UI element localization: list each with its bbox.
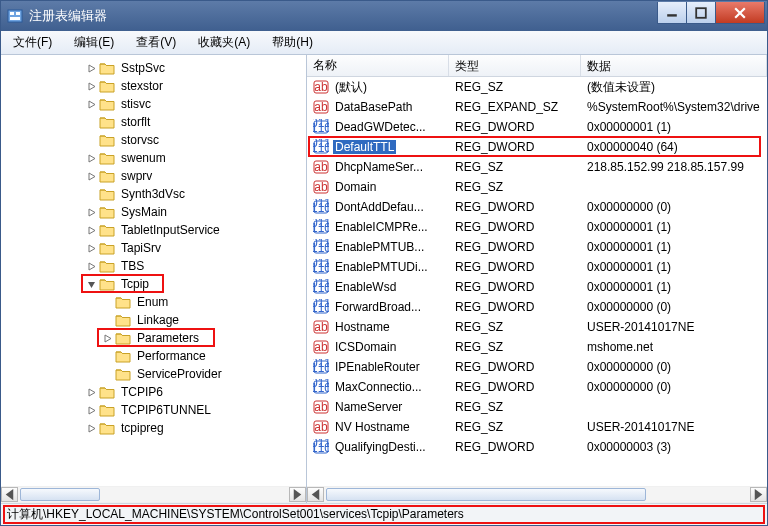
expander-icon[interactable] <box>101 314 113 326</box>
folder-icon <box>99 403 115 417</box>
close-button[interactable] <box>715 2 765 24</box>
tree-hscroll[interactable] <box>1 486 307 503</box>
tree-node-linkage[interactable]: Linkage <box>5 311 304 329</box>
value-row[interactable]: abHostnameREG_SZUSER-20141017NE <box>307 317 767 337</box>
expander-icon[interactable] <box>85 98 97 110</box>
tree-node-stisvc[interactable]: stisvc <box>5 95 304 113</box>
tree-node-serviceprovider[interactable]: ServiceProvider <box>5 365 304 383</box>
col-data[interactable]: 数据 <box>581 55 767 76</box>
expander-icon[interactable] <box>101 296 113 308</box>
tree-node-synth3dvsc[interactable]: Synth3dVsc <box>5 185 304 203</box>
value-row[interactable]: 011110DefaultTTLREG_DWORD0x00000040 (64) <box>307 137 767 157</box>
expander-icon[interactable] <box>85 134 97 146</box>
value-row[interactable]: abDomainREG_SZ <box>307 177 767 197</box>
folder-icon <box>99 241 115 255</box>
tree-node-storvsc[interactable]: storvsc <box>5 131 304 149</box>
value-row[interactable]: abICSDomainREG_SZmshome.net <box>307 337 767 357</box>
folder-icon <box>115 367 131 381</box>
svg-marker-21 <box>89 425 95 432</box>
value-row[interactable]: abNV HostnameREG_SZUSER-20141017NE <box>307 417 767 437</box>
expander-icon[interactable] <box>85 188 97 200</box>
folder-icon <box>99 133 115 147</box>
titlebar[interactable]: 注册表编辑器 <box>1 1 767 31</box>
expander-icon[interactable] <box>85 170 97 182</box>
values-pane[interactable]: 名称 类型 数据 ab(默认)REG_SZ(数值未设置)abDataBasePa… <box>307 55 767 486</box>
value-row[interactable]: 011110DeadGWDetec...REG_DWORD0x00000001 … <box>307 117 767 137</box>
svg-text:ab: ab <box>314 180 328 194</box>
menu-file[interactable]: 文件(F) <box>7 32 58 53</box>
value-row[interactable]: 011110EnableWsdREG_DWORD0x00000001 (1) <box>307 277 767 297</box>
expander-icon[interactable] <box>85 278 97 290</box>
folder-icon <box>99 277 115 291</box>
tree-node-stexstor[interactable]: stexstor <box>5 77 304 95</box>
menu-favorites[interactable]: 收藏夹(A) <box>192 32 256 53</box>
value-row[interactable]: 011110EnablePMTUB...REG_DWORD0x00000001 … <box>307 237 767 257</box>
values-hscroll[interactable] <box>307 486 767 503</box>
expander-icon[interactable] <box>85 152 97 164</box>
value-row[interactable]: 011110MaxConnectio...REG_DWORD0x00000000… <box>307 377 767 397</box>
scroll-thumb[interactable] <box>326 488 646 501</box>
expander-icon[interactable] <box>85 80 97 92</box>
value-type: REG_SZ <box>449 160 581 174</box>
value-row[interactable]: 011110ForwardBroad...REG_DWORD0x00000000… <box>307 297 767 317</box>
tree-node-performance[interactable]: Performance <box>5 347 304 365</box>
scroll-right-icon[interactable] <box>289 487 306 502</box>
menu-view[interactable]: 查看(V) <box>130 32 182 53</box>
value-row[interactable]: 011110IPEnableRouterREG_DWORD0x00000000 … <box>307 357 767 377</box>
expander-icon[interactable] <box>85 242 97 254</box>
scroll-right-icon[interactable] <box>750 487 767 502</box>
tree-node-tabletinputservice[interactable]: TabletInputService <box>5 221 304 239</box>
window-buttons <box>658 2 765 24</box>
scroll-left-icon[interactable] <box>1 487 18 502</box>
expander-icon[interactable] <box>85 386 97 398</box>
tree-node-tbs[interactable]: TBS <box>5 257 304 275</box>
value-row[interactable]: 011110DontAddDefau...REG_DWORD0x00000000… <box>307 197 767 217</box>
tree-node-tcpipreg[interactable]: tcpipreg <box>5 419 304 437</box>
expander-icon[interactable] <box>85 224 97 236</box>
value-row[interactable]: ab(默认)REG_SZ(数值未设置) <box>307 77 767 97</box>
expander-icon[interactable] <box>85 422 97 434</box>
value-row[interactable]: 011110QualifyingDesti...REG_DWORD0x00000… <box>307 437 767 457</box>
value-row[interactable]: abNameServerREG_SZ <box>307 397 767 417</box>
tree-node-parameters[interactable]: Parameters <box>5 329 304 347</box>
tree-node-sysmain[interactable]: SysMain <box>5 203 304 221</box>
expander-icon[interactable] <box>101 368 113 380</box>
value-row[interactable]: abDataBasePathREG_EXPAND_SZ%SystemRoot%\… <box>307 97 767 117</box>
value-row[interactable]: 011110EnableICMPRe...REG_DWORD0x00000001… <box>307 217 767 237</box>
tree-node-tcpip6tunnel[interactable]: TCPIP6TUNNEL <box>5 401 304 419</box>
expander-icon[interactable] <box>85 206 97 218</box>
menu-edit[interactable]: 编辑(E) <box>68 32 120 53</box>
folder-icon <box>115 349 131 363</box>
folder-icon <box>99 259 115 273</box>
col-name[interactable]: 名称 <box>307 55 449 76</box>
tree-node-swenum[interactable]: swenum <box>5 149 304 167</box>
tree-node-sstpsvc[interactable]: SstpSvc <box>5 59 304 77</box>
scroll-thumb[interactable] <box>20 488 100 501</box>
scroll-left-icon[interactable] <box>307 487 324 502</box>
maximize-button[interactable] <box>686 2 716 24</box>
tree-node-swprv[interactable]: swprv <box>5 167 304 185</box>
expander-icon[interactable] <box>85 62 97 74</box>
folder-icon <box>99 79 115 93</box>
col-type[interactable]: 类型 <box>449 55 581 76</box>
svg-text:110: 110 <box>313 441 329 455</box>
value-row[interactable]: 011110EnablePMTUDi...REG_DWORD0x00000001… <box>307 257 767 277</box>
binary-value-icon: 011110 <box>313 259 329 275</box>
expander-icon[interactable] <box>85 260 97 272</box>
svg-marker-16 <box>89 263 95 270</box>
svg-text:110: 110 <box>313 381 329 395</box>
svg-rect-0 <box>8 10 22 22</box>
minimize-button[interactable] <box>657 2 687 24</box>
expander-icon[interactable] <box>85 116 97 128</box>
tree-node-enum[interactable]: Enum <box>5 293 304 311</box>
tree-pane[interactable]: SstpSvcstexstorstisvcstorfltstorvscswenu… <box>1 55 307 486</box>
value-row[interactable]: abDhcpNameSer...REG_SZ218.85.152.99 218.… <box>307 157 767 177</box>
expander-icon[interactable] <box>101 332 113 344</box>
menu-help[interactable]: 帮助(H) <box>266 32 319 53</box>
tree-node-storflt[interactable]: storflt <box>5 113 304 131</box>
tree-node-tapisrv[interactable]: TapiSrv <box>5 239 304 257</box>
tree-node-tcpip[interactable]: Tcpip <box>5 275 304 293</box>
tree-node-tcpip6[interactable]: TCPIP6 <box>5 383 304 401</box>
expander-icon[interactable] <box>101 350 113 362</box>
expander-icon[interactable] <box>85 404 97 416</box>
